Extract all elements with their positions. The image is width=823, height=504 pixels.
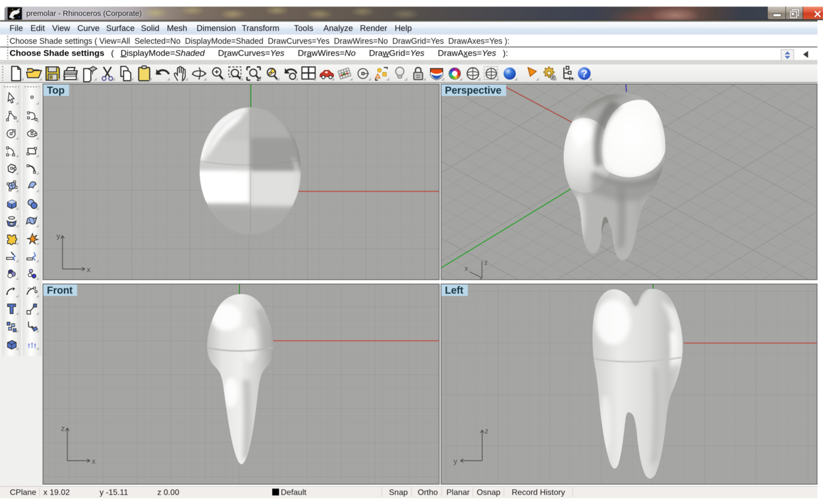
svg-text:y: y xyxy=(56,232,60,240)
svg-text:?: ? xyxy=(581,67,587,79)
svg-text:x: x xyxy=(92,457,96,465)
svg-text:x: x xyxy=(87,265,91,274)
svg-text:y: y xyxy=(467,278,470,279)
svg-text:z: z xyxy=(484,258,488,266)
svg-text:y: y xyxy=(454,457,457,465)
svg-text:z: z xyxy=(61,424,65,433)
svg-text:x: x xyxy=(465,264,468,272)
svg-text:z: z xyxy=(485,427,489,435)
